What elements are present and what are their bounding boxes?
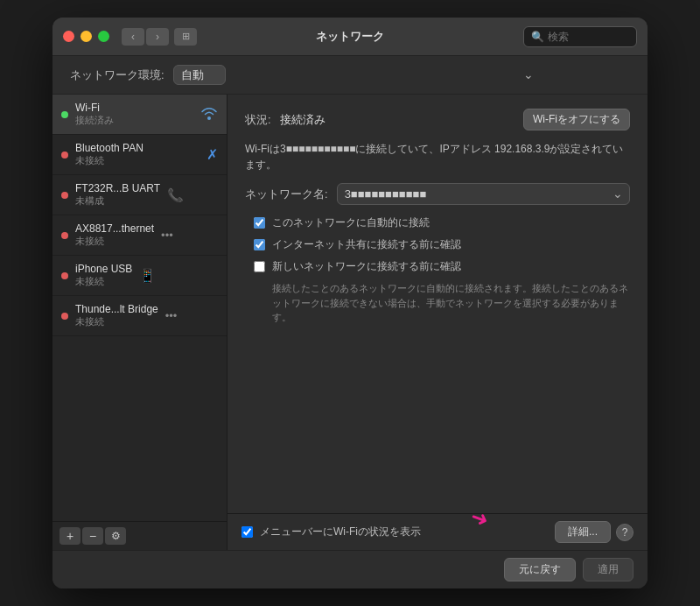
sidebar-item-thunderbolt[interactable]: Thunde...lt Bridge 未接続 ••• [52, 296, 227, 336]
iphone-usb-status: 未接続 [75, 275, 132, 288]
status-row: 状況: 接続済み Wi-Fiをオフにする [245, 109, 630, 130]
main-panel: 状況: 接続済み Wi-Fiをオフにする Wi-Fiは3■■■■■■■■■■■に… [228, 95, 648, 513]
iphone-usb-icon: 📱 [139, 268, 156, 284]
env-select[interactable]: 自動 [173, 65, 226, 85]
env-select-wrap: 自動 [173, 65, 541, 85]
menubar-check-row: メニューバーにWi-Fiの状況を表示 [242, 525, 421, 539]
iphone-usb-status-dot [61, 272, 68, 279]
close-button[interactable] [63, 31, 74, 42]
new-network-row: 新しいネットワークに接続する前に確認 [254, 259, 630, 274]
revert-button[interactable]: 元に戻す [504, 558, 576, 581]
search-icon: 🔍 [531, 31, 544, 43]
wifi-status-dot [61, 111, 68, 118]
minimize-button[interactable] [80, 31, 92, 42]
bluetooth-status-dot [61, 152, 68, 159]
ft232r-status: 未構成 [75, 194, 160, 208]
search-input[interactable] [548, 31, 629, 43]
main-window: ‹ › ⊞ ネットワーク 🔍 ネットワーク環境: 自動 Wi-F [52, 18, 648, 588]
sidebar-item-ft232r[interactable]: FT232R...B UART 未構成 📞 [52, 175, 227, 215]
remove-network-button[interactable]: − [82, 527, 103, 545]
forward-button[interactable]: › [146, 28, 169, 46]
env-bar: ネットワーク環境: 自動 [52, 56, 648, 95]
grid-button[interactable]: ⊞ [174, 28, 197, 46]
wifi-icon [200, 106, 218, 123]
menubar-wifi-checkbox[interactable] [242, 526, 253, 538]
ax8817-status: 未接続 [75, 235, 154, 248]
nav-buttons: ‹ › [122, 28, 169, 46]
netname-select-wrap: 3■■■■■■■■■■■ [337, 183, 630, 205]
internet-share-label: インターネット共有に接続する前に確認 [272, 237, 461, 252]
window-bottom: 元に戻す 適用 [52, 550, 648, 588]
auto-connect-label: このネットワークに自動的に接続 [272, 215, 430, 230]
sidebar-item-bluetooth[interactable]: Bluetooth PAN 未接続 ✗ [52, 135, 227, 175]
wifi-status: 接続済み [75, 114, 114, 127]
detail-button[interactable]: 詳細... [555, 521, 611, 543]
sidebar: Wi-Fi 接続済み Bluetooth PA [52, 95, 228, 550]
bluetooth-status: 未接続 [75, 154, 144, 167]
checkboxes: このネットワークに自動的に接続 インターネット共有に接続する前に確認 新しいネッ… [254, 215, 630, 325]
internet-share-checkbox[interactable] [254, 239, 265, 250]
iphone-usb-name: iPhone USB [75, 263, 132, 275]
bluetooth-icon: ✗ [206, 146, 218, 163]
thunderbolt-info: Thunde...lt Bridge 未接続 [75, 303, 158, 328]
sidebar-item-iphone-usb[interactable]: iPhone USB 未接続 📱 [52, 256, 227, 296]
wifi-off-button[interactable]: Wi-Fiをオフにする [523, 109, 630, 130]
wifi-name: Wi-Fi [75, 102, 114, 114]
status-value: 接続済み [280, 112, 326, 128]
thunderbolt-status-dot [61, 313, 68, 320]
auto-connect-checkbox[interactable] [254, 217, 265, 229]
maximize-button[interactable] [98, 31, 109, 42]
netname-select[interactable]: 3■■■■■■■■■■■ [337, 183, 630, 205]
netname-label: ネットワーク名: [245, 187, 328, 202]
traffic-lights [63, 31, 109, 42]
bluetooth-info: Bluetooth PAN 未接続 [75, 142, 144, 167]
main-panel-wrap: 状況: 接続済み Wi-Fiをオフにする Wi-Fiは3■■■■■■■■■■■に… [228, 95, 648, 550]
thunderbolt-name: Thunde...lt Bridge [75, 303, 158, 315]
ax8817-icon: ••• [161, 229, 173, 242]
sidebar-item-wifi[interactable]: Wi-Fi 接続済み [52, 95, 227, 135]
network-settings-gear-button[interactable]: ⚙ [105, 527, 126, 545]
network-list: Wi-Fi 接続済み Bluetooth PA [52, 95, 227, 521]
help-button[interactable]: ? [616, 524, 634, 541]
ax8817-name: AX8817...thernet [75, 222, 154, 235]
new-network-description: 接続したことのあるネットワークに自動的に接続されます。接続したことのあるネットワ… [272, 281, 630, 325]
iphone-usb-info: iPhone USB 未接続 [75, 263, 132, 288]
add-network-button[interactable]: + [60, 527, 80, 545]
search-box[interactable]: 🔍 [523, 26, 637, 47]
sidebar-item-ax8817[interactable]: AX8817...thernet 未接続 ••• [52, 215, 227, 256]
apply-button[interactable]: 適用 [583, 558, 634, 581]
wifi-info-text: Wi-Fiは3■■■■■■■■■■■に接続していて、IPアドレス 192.168… [245, 141, 630, 173]
netname-row: ネットワーク名: 3■■■■■■■■■■■ [245, 183, 630, 205]
ft232r-name: FT232R...B UART [75, 182, 160, 194]
thunderbolt-status: 未接続 [75, 315, 158, 328]
ax8817-status-dot [61, 232, 68, 239]
env-label: ネットワーク環境: [70, 67, 164, 83]
ft232r-status-dot [61, 192, 68, 199]
new-network-label: 新しいネットワークに接続する前に確認 [272, 259, 461, 274]
wifi-info: Wi-Fi 接続済み [75, 102, 114, 127]
back-button[interactable]: ‹ [122, 28, 144, 46]
auto-connect-row: このネットワークに自動的に接続 [254, 215, 630, 230]
content-area: Wi-Fi 接続済み Bluetooth PA [52, 95, 648, 550]
new-network-checkbox[interactable] [254, 261, 265, 272]
ax8817-info: AX8817...thernet 未接続 [75, 222, 154, 248]
ft232r-info: FT232R...B UART 未構成 [75, 182, 160, 208]
thunderbolt-icon: ••• [165, 309, 178, 322]
internet-share-row: インターネット共有に接続する前に確認 [254, 237, 630, 252]
window-title: ネットワーク [316, 29, 384, 45]
panel-bottom-bar: メニューバーにWi-Fiの状況を表示 ➜ 詳細... ? [228, 513, 648, 550]
menubar-wifi-label: メニューバーにWi-Fiの状況を表示 [260, 525, 421, 539]
status-label: 状況: [245, 112, 271, 128]
ft232r-icon: 📞 [167, 187, 184, 203]
titlebar: ‹ › ⊞ ネットワーク 🔍 [52, 18, 648, 56]
bluetooth-name: Bluetooth PAN [75, 142, 144, 154]
sidebar-toolbar: + − ⚙ [52, 521, 227, 550]
